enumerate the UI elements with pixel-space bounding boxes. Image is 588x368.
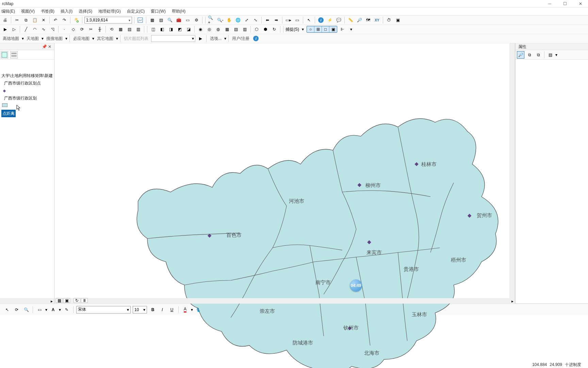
chevron-down-icon[interactable]: ▾ — [116, 36, 118, 41]
split-icon[interactable]: ╫ — [96, 26, 103, 33]
arc-segment-icon[interactable]: ◠ — [31, 26, 38, 33]
toc-layer-points[interactable]: 广西市级行政区划点 — [1, 79, 53, 87]
snap-endpoint-icon[interactable]: ⊩ — [339, 26, 346, 33]
rotate-element-icon[interactable]: ⟳ — [13, 306, 20, 313]
viewer-window-icon[interactable]: ▣ — [394, 16, 402, 24]
point-icon[interactable]: · — [61, 26, 68, 33]
find-route-icon[interactable]: 🗺 — [364, 16, 372, 24]
next-extent-icon[interactable]: ➡ — [273, 16, 280, 24]
menu-window[interactable]: 窗口(W) — [151, 9, 165, 14]
copy-icon[interactable]: ⧉ — [22, 16, 30, 24]
editor-toolbar-icon[interactable] — [136, 16, 144, 24]
identify-icon[interactable]: i — [317, 16, 325, 24]
info-icon[interactable]: i — [252, 35, 260, 42]
grid1-icon[interactable]: ▦ — [223, 26, 231, 33]
grid3-icon[interactable]: ▥ — [241, 26, 248, 33]
user-register-menu[interactable]: 用户/注册 — [231, 36, 251, 42]
edit-vertices-icon[interactable]: ◇ — [69, 26, 77, 33]
attr-tool3-icon[interactable]: ⧉ — [535, 51, 542, 59]
zoom-out-icon[interactable]: 🔍- — [216, 16, 224, 24]
edit-annotation-icon[interactable]: ▷ — [10, 26, 18, 33]
menu-view[interactable]: 视图(V) — [21, 9, 35, 14]
chevron-down-icon[interactable]: ▾ — [22, 36, 24, 41]
tile-list-combo[interactable]: ▾ — [151, 35, 195, 42]
add-data-icon[interactable] — [72, 16, 80, 24]
tile-go-icon[interactable]: ▶ — [197, 35, 204, 42]
paste-icon[interactable]: 📋 — [31, 16, 38, 24]
menu-customize[interactable]: 自定义(C) — [127, 9, 145, 14]
close-button[interactable]: ✕ — [573, 0, 588, 7]
snap-grid-icon[interactable]: ⊞ — [314, 26, 322, 32]
snap-circle-icon[interactable]: ○ — [307, 26, 314, 32]
identify-layer-icon[interactable]: 🔎 — [517, 51, 524, 59]
topo-align-icon[interactable]: ◩ — [176, 26, 183, 33]
menu-edit[interactable]: 编辑(E) — [1, 9, 15, 14]
right-angle-icon[interactable]: ◹ — [49, 26, 56, 33]
select-elements-icon[interactable]: ↖ — [3, 306, 11, 313]
fixed-zoom-out-icon[interactable]: ⤡ — [252, 16, 259, 24]
network-icon[interactable]: ◉ — [197, 26, 204, 33]
toc-selected-table[interactable]: 点距离 — [1, 110, 16, 117]
close-icon[interactable]: ✕ — [48, 44, 53, 49]
catalog-icon[interactable]: ▤ — [157, 16, 165, 24]
sousou-menu[interactable]: 搜搜地图 — [45, 36, 64, 42]
scroll-right-icon[interactable]: ▸ — [510, 298, 515, 304]
time-slider-icon[interactable]: ⏱ — [385, 16, 393, 24]
print-icon[interactable]: 🖨 — [1, 16, 9, 24]
select-features-icon[interactable]: ▭▸ — [284, 16, 292, 24]
snap-box-icon[interactable]: ▣ — [329, 26, 337, 32]
cut-icon[interactable]: ✂ — [13, 16, 21, 24]
toolbox-icon[interactable]: 🧰 — [175, 16, 182, 24]
map-scrollbar-horizontal[interactable] — [89, 298, 510, 304]
maximize-button[interactable]: ☐ — [557, 0, 573, 7]
network3-icon[interactable]: ◍ — [214, 26, 222, 33]
python-window-icon[interactable]: ▭ — [184, 16, 191, 24]
prev-extent-icon[interactable]: ⬅ — [264, 16, 271, 24]
measure-icon[interactable]: 📏 — [347, 16, 354, 24]
pause-drawing-icon[interactable]: ⏸ — [81, 298, 88, 303]
chevron-down-icon[interactable]: ▾ — [555, 52, 557, 57]
menu-help[interactable]: 帮助(H) — [172, 9, 186, 14]
other-map-menu[interactable]: 其它地图 — [96, 36, 115, 42]
html-popup-icon[interactable]: 💬 — [335, 16, 342, 24]
menu-selection[interactable]: 选择(S) — [79, 9, 92, 14]
refresh-icon[interactable]: ↻ — [74, 298, 80, 303]
chevron-down-icon[interactable]: ▾ — [224, 36, 226, 41]
bing-menu[interactable]: 必应地图 — [72, 36, 91, 42]
toc-icon[interactable]: ▦ — [148, 16, 156, 24]
chevron-down-icon[interactable]: ▾ — [92, 36, 94, 41]
attr-tool2-icon[interactable]: ⧉ — [526, 51, 533, 59]
menu-geoprocessing[interactable]: 地理处理(G) — [98, 9, 120, 14]
clear-selection-icon[interactable]: ▭ — [293, 16, 301, 24]
cut-polygons-icon[interactable]: ✂ — [87, 26, 95, 33]
snap-more-icon[interactable]: ▾ — [347, 26, 355, 33]
fixed-zoom-in-icon[interactable]: ⤢ — [243, 16, 250, 24]
sketch-props-icon[interactable]: ▤ — [126, 26, 133, 33]
rotate-icon[interactable]: ⟲ — [108, 26, 115, 33]
map-scrollbar-vertical[interactable] — [509, 43, 515, 298]
menu-bookmarks[interactable]: 书签(B) — [41, 9, 54, 14]
topo-gen-icon[interactable]: ◪ — [185, 26, 192, 33]
parcel2-icon[interactable]: ⬢ — [262, 26, 269, 33]
redo-icon[interactable]: ↷ — [61, 16, 68, 24]
map-canvas[interactable]: 桂林市柳州市河池市贺州市百色市来宾市梧州市贵港市南宁市崇左市玉林市钦州市防城港市… — [54, 43, 515, 304]
hyperlink-icon[interactable]: ⚡ — [326, 16, 333, 24]
snap-label[interactable]: 捕捉(S) — [285, 27, 299, 32]
search-window-icon[interactable]: 🔍 — [166, 16, 174, 24]
select-elements-icon[interactable]: ↖ — [305, 16, 313, 24]
point-symbol-icon[interactable] — [3, 90, 6, 92]
toc-layer-polygons[interactable]: 广西市级行政区划 — [1, 94, 53, 102]
grid2-icon[interactable]: ▤ — [232, 26, 240, 33]
refresh-icon[interactable]: ↻ — [271, 26, 278, 33]
options-menu[interactable]: 选项... — [209, 36, 223, 42]
list-by-drawing-order-icon[interactable] — [1, 51, 8, 59]
scale-combo[interactable]: 1:3,819,614▾ — [84, 17, 132, 24]
full-extent-icon[interactable]: 🌐 — [234, 16, 242, 24]
minimize-button[interactable]: ─ — [542, 0, 557, 7]
network2-icon[interactable]: ◎ — [206, 26, 213, 33]
list-by-source-icon[interactable] — [10, 51, 18, 59]
topo-reshape-icon[interactable]: ◨ — [167, 26, 175, 33]
attributes-icon[interactable]: ▦ — [117, 26, 124, 33]
layout-view-tab-icon[interactable]: ▣ — [63, 298, 70, 303]
trace-icon[interactable]: ∿ — [40, 26, 47, 33]
